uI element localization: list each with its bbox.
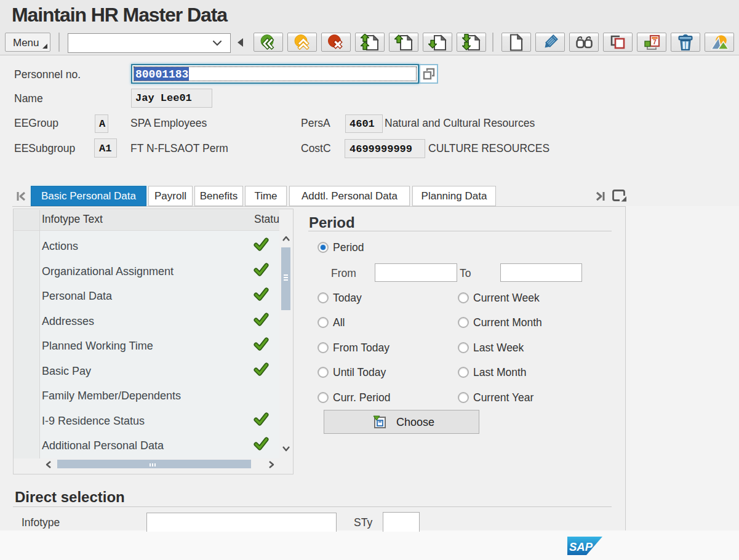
svg-text:7: 7 — [653, 38, 657, 46]
svg-text:SAP: SAP — [569, 540, 593, 553]
